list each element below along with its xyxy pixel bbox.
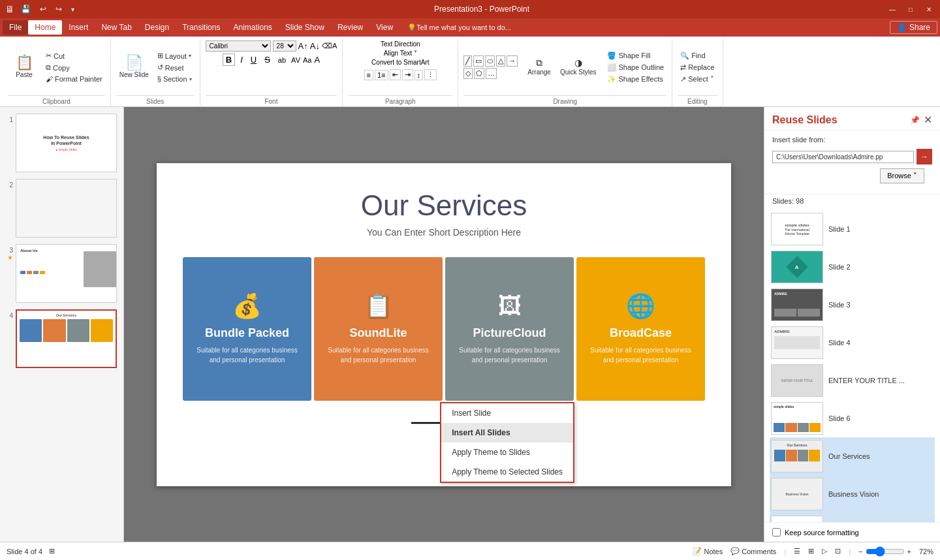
layout-button[interactable]: ⊞ Layout ▾ [155, 50, 195, 61]
view-normal-button[interactable]: ☰ [794, 547, 800, 555]
service-card-picture[interactable]: 🖼 PictureCloud Suitable for all categori… [445, 257, 574, 401]
view-slideshow-button[interactable]: ⊡ [835, 547, 841, 555]
shape-fill-button[interactable]: 🪣 Shape Fill [604, 50, 666, 61]
zoom-range[interactable] [866, 546, 905, 557]
menu-item-review[interactable]: Review [331, 20, 369, 35]
view-sorter-button[interactable]: ⊞ [808, 547, 814, 555]
shape-effects-button[interactable]: ✨ Shape Effects [604, 74, 666, 85]
reuse-path-input[interactable] [772, 151, 914, 163]
shape-arrow-button[interactable]: → [507, 55, 518, 67]
share-button[interactable]: 👤 Share [890, 21, 937, 34]
reuse-slides-list[interactable]: simple slides The InternationalAdmire Te… [764, 208, 940, 522]
slide-thumb-2[interactable]: 2 [3, 178, 121, 239]
slide-thumb-4[interactable]: 4 Our Services [3, 308, 121, 369]
copy-button[interactable]: ⧉ Copy [43, 62, 105, 73]
menu-item-slideshow[interactable]: Slide Show [279, 20, 331, 35]
clear-format-button[interactable]: ⌫A [322, 42, 337, 50]
service-card-sound[interactable]: 📋 SoundLite Suitable for all categories … [314, 257, 443, 401]
menu-item-transitions[interactable]: Transitions [176, 20, 227, 35]
font-size-select[interactable]: 28 [273, 40, 296, 52]
select-button[interactable]: ↗ Select ˅ [678, 74, 717, 85]
slide-img-3[interactable]: About Us [16, 244, 117, 303]
slide-thumb-1[interactable]: 1 How To Reuse SlidesIn PowerPoint ● sim… [3, 112, 121, 174]
service-card-bundle[interactable]: 💰 Bundle Packed Suitable for all categor… [183, 257, 311, 401]
reuse-slide-item-vision[interactable]: Business Vision Business Vision [770, 475, 935, 513]
case-button[interactable]: Aa [303, 56, 311, 64]
slide-thumb-3[interactable]: 3★ About Us [3, 243, 121, 304]
context-insert-all-slides[interactable]: Insert All Slides [441, 423, 573, 443]
redo-icon[interactable]: ↪ [53, 3, 65, 15]
reuse-slide-item-5[interactable]: ENTER YOUR TITLE ENTER YOUR TITLE ... [770, 362, 935, 399]
reuse-slide-item-2[interactable]: A Slide 2 [770, 248, 935, 286]
tell-me-text[interactable]: Tell me what you want to do... [416, 23, 511, 31]
quick-styles-button[interactable]: ◑ Quick Styles [557, 56, 600, 78]
slide-img-2[interactable] [16, 179, 117, 238]
bullets-button[interactable]: ≡ [364, 70, 373, 80]
menu-item-design[interactable]: Design [138, 20, 176, 35]
zoom-in-icon[interactable]: + [907, 548, 911, 555]
reuse-pin-icon[interactable]: 📌 [910, 116, 920, 125]
keep-source-checkbox[interactable] [772, 528, 781, 537]
text-direction-button[interactable]: Text Direction [381, 40, 420, 48]
format-painter-button[interactable]: 🖌 Format Painter [43, 74, 105, 84]
accessibility-icon[interactable]: ⊞ [49, 547, 55, 555]
align-text-button[interactable]: Align Text ˅ [384, 50, 417, 57]
service-card-broad[interactable]: 🌐 BroadCase Suitable for all categories … [576, 257, 705, 401]
new-slide-button[interactable]: 📄 New Slide [116, 54, 152, 81]
underline-button[interactable]: U [248, 54, 259, 65]
slide-img-1[interactable]: How To Reuse SlidesIn PowerPoint ● simpl… [16, 114, 117, 172]
increase-font-button[interactable]: A↑ [298, 41, 308, 51]
shape-oval-button[interactable]: ⬭ [485, 55, 495, 67]
numbering-button[interactable]: 1≡ [375, 70, 388, 80]
shape-line-button[interactable]: ╱ [463, 55, 472, 67]
cut-button[interactable]: ✂ Cut [43, 50, 105, 61]
italic-button[interactable]: I [238, 54, 245, 65]
decrease-font-button[interactable]: A↓ [310, 41, 320, 51]
strikethrough-button[interactable]: S [262, 54, 273, 65]
increase-indent-button[interactable]: ⇥ [402, 69, 413, 80]
reuse-close-button[interactable]: ✕ [924, 114, 932, 126]
slide-img-4[interactable]: Our Services [16, 309, 117, 368]
font-color-button[interactable]: A [314, 55, 320, 65]
menu-item-insert[interactable]: Insert [62, 20, 95, 35]
shape-triangle-button[interactable]: △ [496, 55, 505, 67]
context-insert-slide[interactable]: Insert Slide [441, 403, 573, 423]
browse-button[interactable]: Browse ˅ [880, 168, 924, 183]
font-family-select[interactable]: Calibri [206, 40, 271, 52]
context-apply-theme[interactable]: Apply Theme to Slides [441, 443, 573, 462]
shape-rect-button[interactable]: ▭ [473, 55, 484, 67]
reuse-slide-item-our-services[interactable]: Our Services Our Services [770, 437, 935, 475]
find-button[interactable]: 🔍 Find [678, 50, 717, 61]
notes-button[interactable]: 📝 Notes [693, 547, 723, 555]
shape-outline-button[interactable]: ⬜ Shape Outline [604, 62, 666, 73]
menu-item-animations[interactable]: Animations [227, 20, 278, 35]
menu-item-view[interactable]: View [369, 20, 400, 35]
comments-button[interactable]: 💬 Comments [730, 547, 776, 555]
shape-more-button[interactable]: … [486, 68, 497, 79]
decrease-indent-button[interactable]: ⇤ [390, 69, 401, 80]
convert-smartart-button[interactable]: Convert to SmartArt [371, 59, 429, 66]
zoom-out-icon[interactable]: − [858, 548, 862, 555]
context-apply-theme-selected[interactable]: Apply Theme to Selected Slides [441, 462, 573, 482]
menu-item-newtab[interactable]: New Tab [95, 20, 138, 35]
reset-button[interactable]: ↺ Reset [155, 62, 195, 73]
replace-button[interactable]: ⇄ Replace [678, 62, 717, 73]
arrange-button[interactable]: ⧉ Arrange [524, 56, 554, 78]
text-shadow-button[interactable]: ab [275, 55, 289, 65]
reuse-slide-item-mission[interactable]: Business Mission [770, 513, 935, 522]
reuse-slide-item-1[interactable]: simple slides The InternationalAdmire Te… [770, 210, 935, 248]
line-spacing-button[interactable]: ↕ [415, 70, 424, 80]
columns-button[interactable]: ⋮ [424, 69, 437, 80]
quick-save-icon[interactable]: 💾 [18, 3, 33, 15]
minimize-button[interactable]: — [886, 3, 898, 15]
reuse-slide-item-6[interactable]: simple slides Slide 6 [770, 399, 935, 437]
reuse-slide-item-4[interactable]: ADMIRE Slide 4 [770, 324, 935, 362]
menu-item-file[interactable]: File [3, 20, 28, 35]
zoom-slider[interactable]: − + [858, 546, 911, 557]
bold-button[interactable]: B [223, 54, 235, 66]
maximize-button[interactable]: □ [905, 3, 916, 15]
undo-icon[interactable]: ↩ [37, 3, 49, 15]
zoom-level[interactable]: 72% [919, 548, 933, 555]
shape-pentagon-button[interactable]: ⬠ [474, 68, 484, 79]
section-button[interactable]: § Section ▾ [155, 74, 195, 84]
